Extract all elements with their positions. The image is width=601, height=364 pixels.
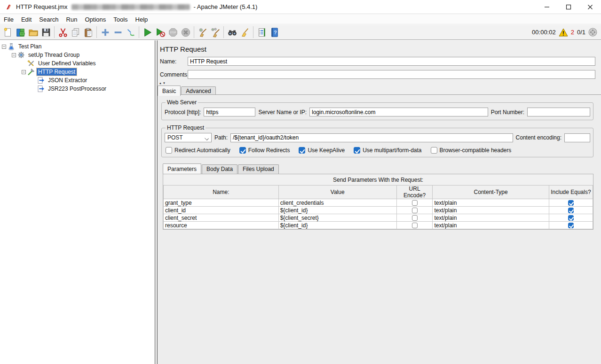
tree-node[interactable]: JSR223 PostProcessor — [0, 85, 155, 93]
checkbox-icon[interactable] — [412, 223, 418, 228]
column-header[interactable]: Content-Type — [433, 186, 549, 199]
tree-node[interactable]: JSON Extractor — [0, 76, 155, 85]
url-encode-cell[interactable] — [396, 222, 433, 229]
menu-edit[interactable]: Edit — [17, 15, 35, 24]
add-button[interactable] — [99, 26, 111, 39]
protocol-input[interactable] — [204, 108, 255, 116]
new-file-button[interactable] — [1, 26, 14, 39]
save-button[interactable] — [40, 26, 52, 39]
checkbox-icon[interactable] — [568, 215, 574, 221]
param-value-cell[interactable]: ${client_secret} — [278, 214, 396, 222]
checkbox-icon[interactable] — [568, 200, 574, 206]
clear-all-button[interactable] — [209, 26, 221, 39]
path-input[interactable] — [230, 133, 513, 142]
tree-node-label[interactable]: setUp Thread Group — [27, 51, 81, 59]
content-type-cell[interactable]: text/plain — [433, 222, 549, 229]
include-equals-cell[interactable] — [549, 222, 593, 229]
menu-run[interactable]: Run — [63, 15, 81, 24]
content-encoding-input[interactable] — [564, 133, 590, 142]
checkbox-icon[interactable] — [299, 147, 305, 154]
menu-file[interactable]: File — [0, 15, 17, 24]
option-redirect-automatically[interactable]: Redirect Automatically — [166, 147, 230, 154]
templates-button[interactable] — [14, 26, 27, 39]
open-folder-button[interactable] — [27, 26, 40, 39]
content-type-cell[interactable]: text/plain — [433, 207, 549, 214]
tree-node-label[interactable]: JSON Extractor — [47, 77, 88, 84]
start-no-timers-button[interactable] — [154, 26, 166, 39]
expand-handle[interactable]: − — [11, 52, 17, 58]
param-value-cell[interactable]: ${client_id} — [278, 207, 396, 214]
column-header[interactable]: Value — [278, 186, 396, 199]
menu-search[interactable]: Search — [35, 15, 62, 24]
table-row[interactable]: client_id${client_id}text/plain — [164, 207, 593, 214]
splitter-collapse-arrows[interactable]: ▲▼ — [159, 82, 166, 85]
tree-node[interactable]: User Defined Variables — [0, 59, 155, 68]
param-name-cell[interactable]: resource — [164, 222, 279, 229]
tree-node-label[interactable]: JSR223 PostProcessor — [47, 85, 108, 93]
stop-button[interactable]: STOP — [166, 26, 179, 39]
url-encode-cell[interactable] — [396, 199, 433, 207]
tab-files-upload[interactable]: Files Upload — [238, 164, 279, 174]
checkbox-icon[interactable] — [431, 147, 437, 154]
param-value-cell[interactable]: ${client_id} — [278, 222, 396, 229]
param-name-cell[interactable]: client_secret — [164, 214, 279, 222]
cut-button[interactable] — [56, 26, 69, 39]
table-row[interactable]: resource${client_id}text/plain — [164, 222, 593, 229]
url-encode-cell[interactable] — [396, 214, 433, 222]
tab-parameters[interactable]: Parameters — [163, 163, 201, 174]
tree-node[interactable]: −Test Plan — [0, 42, 155, 51]
menu-tools[interactable]: Tools — [110, 15, 131, 24]
paste-button[interactable] — [82, 26, 95, 39]
server-name-input[interactable] — [309, 108, 488, 116]
tab-body-data[interactable]: Body Data — [202, 164, 237, 174]
param-name-cell[interactable]: grant_type — [164, 199, 279, 207]
checkbox-icon[interactable] — [568, 208, 574, 213]
function-helper-button[interactable] — [255, 26, 268, 39]
checkbox-icon[interactable] — [412, 208, 418, 213]
search-reset-button[interactable] — [238, 26, 251, 39]
tab-basic[interactable]: Basic — [158, 85, 181, 96]
tree-node-label[interactable]: Test Plan — [17, 43, 43, 50]
close-button[interactable] — [579, 0, 601, 14]
column-header[interactable]: Name: — [164, 186, 279, 199]
checkbox-icon[interactable] — [239, 147, 246, 154]
checkbox-icon[interactable] — [354, 147, 360, 154]
checkbox-icon[interactable] — [412, 215, 418, 221]
param-value-cell[interactable]: client_credentials — [278, 199, 396, 207]
checkbox-icon[interactable] — [166, 147, 172, 154]
include-equals-cell[interactable] — [549, 207, 593, 214]
include-equals-cell[interactable] — [549, 199, 593, 207]
url-encode-cell[interactable] — [396, 207, 433, 214]
tree-node[interactable]: −HTTP Request — [0, 68, 155, 76]
clear-button[interactable] — [196, 26, 209, 39]
table-row[interactable]: client_secret${client_secret}text/plain — [164, 214, 593, 222]
content-type-cell[interactable]: text/plain — [433, 214, 549, 222]
option-browser-compatible-headers[interactable]: Browser-compatible headers — [431, 147, 512, 154]
expand-handle[interactable]: − — [1, 44, 7, 50]
help-button[interactable]: ? — [268, 26, 281, 39]
tree-node[interactable]: −setUp Thread Group — [0, 51, 155, 59]
column-header[interactable]: Include Equals? — [549, 186, 593, 199]
remove-button[interactable] — [111, 26, 124, 39]
minimize-button[interactable] — [536, 0, 558, 14]
name-input[interactable] — [188, 57, 595, 66]
option-use-keepalive[interactable]: Use KeepAlive — [299, 147, 345, 154]
method-select[interactable]: POST — [165, 133, 212, 142]
start-button[interactable] — [141, 26, 154, 39]
warning-icon[interactable] — [559, 28, 568, 37]
expand-handle[interactable]: − — [21, 69, 27, 75]
include-equals-cell[interactable] — [549, 214, 593, 222]
shutdown-button[interactable] — [179, 26, 192, 39]
maximize-button[interactable] — [558, 0, 579, 14]
table-row[interactable]: grant_typeclient_credentialstext/plain — [164, 199, 593, 207]
tree-node-label[interactable]: HTTP Request — [37, 68, 77, 76]
toggle-button[interactable] — [124, 26, 137, 39]
option-follow-redirects[interactable]: Follow Redirects — [239, 147, 290, 154]
menu-help[interactable]: Help — [132, 15, 152, 24]
port-input[interactable] — [527, 108, 590, 116]
checkbox-icon[interactable] — [568, 223, 574, 228]
tree-node-label[interactable]: User Defined Variables — [37, 60, 97, 67]
param-name-cell[interactable]: client_id — [164, 207, 279, 214]
column-header[interactable]: URL Encode? — [396, 186, 433, 199]
comments-input[interactable] — [188, 70, 595, 79]
